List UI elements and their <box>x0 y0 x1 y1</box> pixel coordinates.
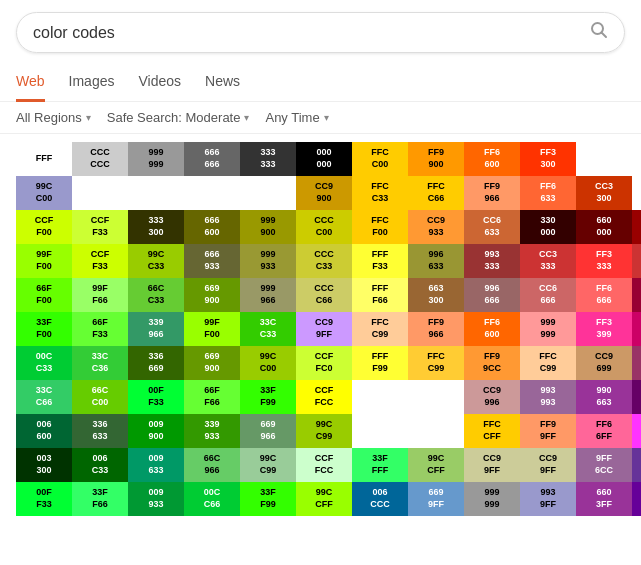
filter-time[interactable]: Any Time ▾ <box>265 110 328 125</box>
color-cell[interactable]: CCCCCC <box>72 142 128 176</box>
color-cell[interactable]: FF9966 <box>464 176 520 210</box>
tab-images[interactable]: Images <box>69 65 115 102</box>
color-cell[interactable]: 330000 <box>520 210 576 244</box>
color-cell[interactable]: FF66FF <box>576 414 632 448</box>
color-cell[interactable]: FFCC99 <box>408 346 464 380</box>
color-cell[interactable]: FF9966 <box>408 312 464 346</box>
color-cell[interactable]: FFF <box>16 142 72 176</box>
color-cell[interactable]: FF6600 <box>464 142 520 176</box>
color-cell[interactable]: 66FF00 <box>16 278 72 312</box>
color-cell[interactable]: CC99FF <box>296 312 352 346</box>
color-cell[interactable]: 99CC00 <box>16 176 72 210</box>
color-cell[interactable]: CC0066 <box>632 312 641 346</box>
color-cell[interactable]: 669900 <box>184 346 240 380</box>
color-cell[interactable]: CCFFCC <box>296 448 352 482</box>
color-cell[interactable]: 993333 <box>464 244 520 278</box>
color-cell[interactable] <box>240 176 296 210</box>
color-cell[interactable]: 33CC66 <box>16 380 72 414</box>
color-cell[interactable]: 339966 <box>128 312 184 346</box>
color-cell[interactable]: 33FF00 <box>16 312 72 346</box>
filter-safe-search[interactable]: Safe Search: Moderate ▾ <box>107 110 250 125</box>
color-cell[interactable]: 99CCFF <box>408 448 464 482</box>
color-cell[interactable]: CCFF33 <box>72 244 128 278</box>
color-cell[interactable]: FFCC66 <box>408 176 464 210</box>
color-cell[interactable] <box>408 380 464 414</box>
color-cell[interactable] <box>72 176 128 210</box>
color-cell[interactable]: CCFF33 <box>72 210 128 244</box>
color-cell[interactable]: FFCC99 <box>352 312 408 346</box>
search-button[interactable] <box>590 21 608 44</box>
color-cell[interactable]: FF3399 <box>576 312 632 346</box>
color-cell[interactable]: 009933 <box>128 482 184 516</box>
color-cell[interactable]: 00CC33 <box>16 346 72 380</box>
color-cell[interactable]: 669900 <box>184 278 240 312</box>
color-cell[interactable]: 336633 <box>72 414 128 448</box>
color-cell[interactable]: 333300 <box>128 210 184 244</box>
color-cell[interactable]: 99FF66 <box>72 278 128 312</box>
color-cell[interactable]: 66FF66 <box>184 380 240 414</box>
color-cell[interactable]: 00FF33 <box>128 380 184 414</box>
color-cell[interactable]: FF3300 <box>520 142 576 176</box>
color-cell[interactable]: 66CC33 <box>128 278 184 312</box>
color-cell[interactable]: FFCF00 <box>352 210 408 244</box>
color-cell[interactable]: 00CC66 <box>184 482 240 516</box>
color-cell[interactable]: CC6666 <box>520 278 576 312</box>
color-cell[interactable]: 009633 <box>128 448 184 482</box>
color-cell[interactable]: CCFFC0 <box>296 346 352 380</box>
color-cell[interactable]: 996633 <box>408 244 464 278</box>
color-cell[interactable]: 990000 <box>632 210 641 244</box>
color-cell[interactable]: 66C966 <box>184 448 240 482</box>
color-cell[interactable] <box>408 414 464 448</box>
color-cell[interactable]: FFCCFF <box>464 414 520 448</box>
filter-regions[interactable]: All Regions ▾ <box>16 110 91 125</box>
color-cell[interactable]: 99CC33 <box>128 244 184 278</box>
color-cell[interactable]: 999933 <box>240 244 296 278</box>
color-cell[interactable]: 999966 <box>240 278 296 312</box>
color-cell[interactable]: 990663 <box>576 380 632 414</box>
color-cell[interactable]: FF9900 <box>408 142 464 176</box>
color-cell[interactable]: 999999 <box>464 482 520 516</box>
color-cell[interactable]: FF99CC <box>464 346 520 380</box>
color-cell[interactable]: 333333 <box>240 142 296 176</box>
color-cell[interactable]: CCFF00 <box>16 210 72 244</box>
color-cell[interactable]: FF3333 <box>576 244 632 278</box>
color-cell[interactable]: CC6633 <box>464 210 520 244</box>
color-cell[interactable]: FF6666 <box>576 278 632 312</box>
color-cell[interactable]: CC3333 <box>632 244 641 278</box>
color-cell[interactable]: 33CC33 <box>240 312 296 346</box>
color-cell[interactable]: 339933 <box>184 414 240 448</box>
color-cell[interactable]: 9939FF <box>520 482 576 516</box>
color-cell[interactable]: 336669 <box>128 346 184 380</box>
color-cell[interactable]: 6603FF <box>576 482 632 516</box>
color-cell[interactable]: CCCC33 <box>296 244 352 278</box>
color-cell[interactable]: 33CC36 <box>72 346 128 380</box>
color-cell[interactable]: CCCC66 <box>296 278 352 312</box>
color-cell[interactable]: 669966 <box>240 414 296 448</box>
color-cell[interactable]: CC3333 <box>520 244 576 278</box>
color-cell[interactable]: FFFF99 <box>352 346 408 380</box>
color-cell[interactable]: FFCC33 <box>352 176 408 210</box>
color-cell[interactable]: 006C33 <box>72 448 128 482</box>
color-cell[interactable]: 666600 <box>184 210 240 244</box>
color-cell[interactable]: 6603FF <box>632 482 641 516</box>
color-cell[interactable]: FFCC00 <box>352 142 408 176</box>
color-cell[interactable]: 66CC00 <box>72 380 128 414</box>
color-cell[interactable]: 999999 <box>128 142 184 176</box>
tab-web[interactable]: Web <box>16 65 45 102</box>
color-cell[interactable]: 6699FF <box>408 482 464 516</box>
color-cell[interactable]: 99CCFF <box>296 482 352 516</box>
color-cell[interactable] <box>352 380 408 414</box>
color-cell[interactable]: 663300 <box>408 278 464 312</box>
color-cell[interactable]: 33FF99 <box>240 482 296 516</box>
color-cell[interactable]: 00FF33 <box>16 482 72 516</box>
color-cell[interactable] <box>352 414 408 448</box>
color-cell[interactable]: 993993 <box>520 380 576 414</box>
color-cell[interactable]: 33FFFF <box>352 448 408 482</box>
color-cell[interactable]: CC9699 <box>576 346 632 380</box>
color-cell[interactable]: 33FF66 <box>72 482 128 516</box>
color-cell[interactable]: 99CC99 <box>296 414 352 448</box>
color-cell[interactable]: CC9933 <box>408 210 464 244</box>
color-cell[interactable]: FF6633 <box>520 176 576 210</box>
color-cell[interactable]: CC99FF <box>520 448 576 482</box>
color-cell[interactable]: 66FF33 <box>72 312 128 346</box>
